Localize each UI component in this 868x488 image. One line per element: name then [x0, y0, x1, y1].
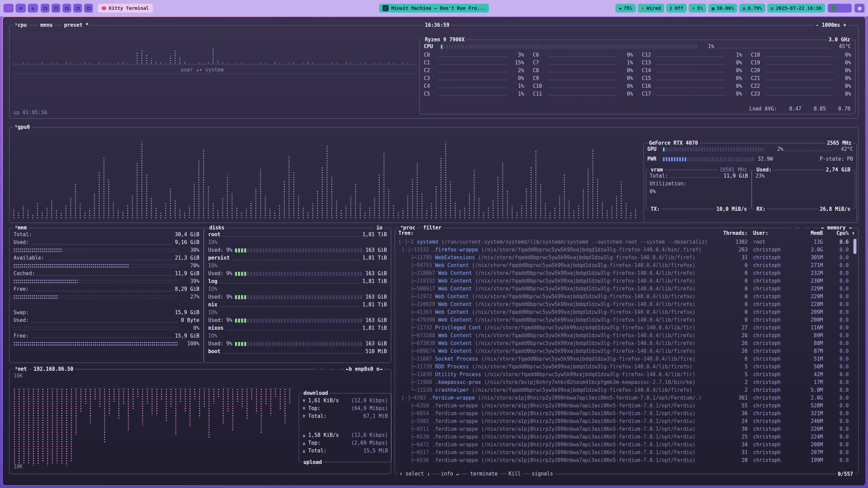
header-cpu[interactable]: Cpu%: [823, 229, 849, 237]
header-tree[interactable]: Tree:: [398, 229, 717, 237]
process-row[interactable]: ├─11739RDD Process(/nix/store/fqadd0bprw…: [396, 363, 857, 371]
refresh-interval-control[interactable]: - 1000ms +: [814, 22, 848, 28]
process-row[interactable]: ├─6350.ferdium-wrappe(/nix/store/a1pj8hx…: [396, 402, 857, 410]
workspace-button[interactable]: [62, 4, 71, 13]
network-option-button[interactable]: [335, 366, 338, 372]
process-row[interactable]: ├─219152Web Content(/nix/store/fqadd0bpr…: [396, 277, 857, 285]
bar-stat-button[interactable]: ▥8.79%: [739, 4, 765, 13]
header-threads[interactable]: Threads:: [717, 229, 748, 237]
upload-arrow-icon: ▲: [302, 431, 305, 439]
workspace-button[interactable]: [52, 4, 60, 13]
disk-name: log: [208, 278, 217, 285]
process-scrollbar-thumb[interactable]: [853, 239, 856, 254]
workspace-button[interactable]: [41, 4, 50, 13]
sort-arrow-icon[interactable]: ↑: [849, 229, 855, 237]
process-memory: 209M: [792, 308, 823, 316]
signals-button[interactable]: signals: [530, 471, 555, 477]
header-user[interactable]: User:: [748, 229, 792, 237]
process-threads: 0: [717, 262, 748, 269]
process-threads: 0: [717, 308, 748, 316]
process-row[interactable]: ├─6511.ferdium-wrappe(/nix/store/a1pj8hx…: [396, 425, 857, 433]
process-row[interactable]: ├─6520.ferdium-wrappe(/nix/store/a1pj8hx…: [396, 433, 857, 441]
process-row[interactable]: ├─11968.keepassxc-prox(/nix/store/bslpj6…: [396, 379, 857, 386]
process-row[interactable]: ├─479390Web Content(/nix/store/fqadd0bpr…: [396, 316, 857, 324]
tree-prefix: ├─580017: [398, 286, 435, 292]
disk-name: root: [208, 231, 220, 239]
core-label: C12: [642, 51, 654, 59]
launcher-button[interactable]: ❄: [16, 4, 26, 13]
disk-name: persist: [208, 254, 230, 262]
process-row[interactable]: ├─580017Web Content(/nix/store/fqadd0bpr…: [396, 285, 857, 293]
process-row[interactable]: ├─41363Web Content(/nix/store/fqadd0bprw…: [396, 308, 857, 316]
process-row[interactable]: ├─689674Web Content(/nix/store/fqadd0bpr…: [396, 347, 857, 355]
network-option-button[interactable]: [316, 366, 319, 372]
memory-row-value: 8,29 GiB: [175, 285, 199, 293]
core-percent: 0%: [836, 59, 851, 67]
memory-row-label: Free:: [14, 332, 29, 340]
process-row[interactable]: ├─6517.ferdium-wrappe(/nix/store/a1pj8hx…: [396, 449, 857, 456]
stat-icon: ◀: [619, 6, 622, 11]
bar-stat-button[interactable]: ▦30.06%: [708, 4, 737, 13]
process-row[interactable]: ├─6654.ferdium-wrappe(/nix/store/a1pj8hx…: [396, 410, 857, 418]
process-row[interactable]: ├─6536.ferdium-wrappe(/nix/store/a1pj8hx…: [396, 456, 857, 464]
system-tray[interactable]: [828, 4, 852, 13]
process-name: Web Content: [438, 286, 472, 292]
process-row[interactable]: ├─673038Web Content(/nix/store/fqadd0bpr…: [396, 340, 857, 347]
process-row[interactable]: [-]─4783.ferdium-wrappe(/nix/store/a1pj8…: [396, 394, 857, 402]
bar-stat-button[interactable]: ▤2025-07-22 16:36: [767, 4, 825, 13]
terminate-button[interactable]: terminate: [469, 471, 499, 477]
vram-utilization-value: 0%: [646, 188, 751, 196]
process-name: systemd: [417, 239, 438, 245]
bar-stat-button[interactable]: ⏚Wired: [638, 4, 664, 13]
process-command: (/nix/store/fqadd0bprwc5yw5k99xajbdqd1dz…: [472, 293, 695, 300]
process-row[interactable]: ├─220028Web Content(/nix/store/fqadd0bpr…: [396, 301, 857, 308]
process-cpu: 0.0: [823, 262, 849, 269]
process-command: (/nix/store/a1pj8hxirp2y2090nbwa7api3asi…: [481, 457, 695, 463]
process-user: christoph: [748, 394, 792, 402]
bar-stat-button[interactable]: ☘5%: [689, 4, 706, 13]
core-label: C21: [751, 75, 763, 82]
info-button[interactable]: info ↵: [439, 471, 461, 477]
process-command: (/nix/store/fqadd0bprwc5yw5k99xajbdqd1dz…: [472, 364, 692, 370]
launcher-button[interactable]: ↻: [28, 4, 38, 13]
process-row[interactable]: ├─11795WebExtensions(/nix/store/fqadd0bp…: [396, 254, 857, 262]
active-window-button[interactable]: Kitty Terminal: [98, 4, 153, 13]
process-row[interactable]: [-]─11532.firefox-wrappe(/nix/store/fqad…: [396, 246, 857, 254]
process-row[interactable]: ├─5983.ferdium-wrappe(/nix/store/a1pj8hx…: [396, 418, 857, 425]
process-row[interactable]: ├─218067Web Content(/nix/store/fqadd0bpr…: [396, 269, 857, 277]
process-row[interactable]: ├─6472.ferdium-wrappe(/nix/store/a1pj8hx…: [396, 441, 857, 449]
process-row[interactable]: └─11539crashhelper(/nix/store/fqadd0bprw…: [396, 386, 857, 394]
network-interface-switcher[interactable]: ←b enp8s0 n→: [344, 366, 384, 372]
process-row[interactable]: ├─94753Web Content(/nix/store/fqadd0bprw…: [396, 262, 857, 269]
process-name: .ferdium-wrappe: [429, 395, 475, 401]
process-row[interactable]: ├─673288Web Content(/nix/store/fqadd0bpr…: [396, 332, 857, 340]
process-name: .ferdium-wrappe: [432, 403, 478, 409]
cpu-core-row: C1 15%: [424, 59, 524, 67]
process-row[interactable]: [-]─1systemd(/run/current-system/systemd…: [396, 238, 857, 246]
process-row[interactable]: ├─11607Socket Process(/nix/store/fqadd0b…: [396, 355, 857, 363]
disk-used-meter: [235, 248, 363, 252]
header-memory[interactable]: MemB: [792, 229, 823, 237]
preset-button[interactable]: preset *: [62, 22, 90, 28]
process-row[interactable]: ├─11972Web Content(/nix/store/fqadd0bprw…: [396, 293, 857, 301]
process-row[interactable]: ├─11839Utility Process(/nix/store/fqadd0…: [396, 371, 857, 379]
menu-button[interactable]: menu: [39, 22, 54, 28]
launcher-button[interactable]: ♥: [3, 4, 14, 13]
now-playing-button[interactable]: ♫ Minuit Machine – Don't Run Fro...: [379, 4, 489, 13]
select-buttons[interactable]: ↑ select ↓: [398, 471, 432, 477]
workspace-button[interactable]: [73, 4, 82, 13]
workspace-button[interactable]: [84, 4, 93, 13]
network-option-button[interactable]: [325, 366, 329, 372]
process-row[interactable]: ├─11732Privileged Cont(/nix/store/fqadd0…: [396, 324, 857, 332]
disks-io-toggle[interactable]: io: [375, 225, 384, 231]
bar-stat-button[interactable]: ᛒOff: [666, 4, 687, 13]
core-label: C5: [424, 90, 436, 98]
kill-button[interactable]: Kill: [507, 471, 522, 477]
bar-stat-button[interactable]: ◀75%: [615, 4, 636, 13]
notifications-button[interactable]: [854, 4, 865, 13]
process-memory: 229M: [792, 285, 823, 293]
process-name: RDD Process: [435, 364, 469, 370]
cpu-panel-title: ¹cpu: [13, 22, 28, 28]
tree-prefix: ├─673288: [398, 332, 435, 339]
tray-icon[interactable]: [831, 6, 836, 11]
